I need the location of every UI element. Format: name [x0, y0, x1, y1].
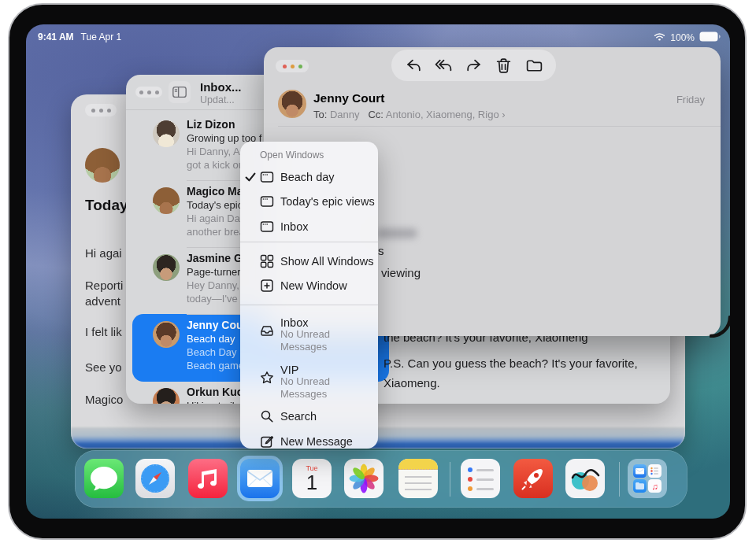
sender-name: Jenny Cou	[187, 319, 243, 331]
avatar-liz-dizon	[153, 120, 180, 147]
reply-icon[interactable]	[404, 56, 423, 75]
menu-item-new-window[interactable]: New Window	[240, 277, 378, 294]
message-subject: Page-turner	[187, 266, 241, 278]
music-app-icon[interactable]	[188, 459, 228, 498]
window-icon	[260, 170, 274, 184]
message-subject: Beach day	[187, 333, 235, 345]
dock-divider	[450, 462, 450, 497]
menu-item-search[interactable]: Search	[240, 408, 378, 425]
avatar-jenny-court	[153, 321, 180, 348]
trash-icon[interactable]	[495, 56, 513, 75]
compose-icon	[260, 434, 274, 449]
menu-item-vip-mailbox[interactable]: VIP No Unread Messages	[240, 361, 378, 402]
sender-name: Jasmine G	[187, 252, 243, 264]
window-controls-menu-button[interactable]	[135, 87, 162, 98]
body-text-fragment: s	[378, 244, 384, 257]
avatar-jenny-court	[278, 90, 306, 118]
search-icon	[260, 409, 274, 423]
message-heading: Today	[85, 197, 128, 214]
grid-icon	[260, 254, 274, 268]
statusbar-time: 9:41 AM	[38, 31, 74, 42]
sender-name: Jenny Court	[313, 91, 384, 105]
message-preview: Hi Danny, Asgot a kick ou	[187, 146, 245, 172]
window-controls-menu-button[interactable]	[276, 60, 309, 72]
plus-square-icon	[260, 279, 274, 293]
sender-name: Liz Dizon	[187, 118, 235, 131]
body-text-fragment: viewing	[381, 266, 421, 279]
recipients-line[interactable]: To: Danny Cc: Antonio, Xiaomeng, Rigo ›	[313, 109, 506, 120]
mailbox-title: Inbox...	[200, 80, 242, 94]
photos-app-icon[interactable]	[344, 459, 384, 498]
notes-app-icon[interactable]	[398, 459, 438, 498]
menu-separator	[240, 305, 378, 305]
avatar-orkun	[153, 388, 180, 404]
reading-pane-text: Xiaomeng.	[384, 376, 440, 390]
avatar-magico	[153, 187, 180, 214]
statusbar-date: Tue Apr 1	[81, 31, 122, 42]
message-photo-attachment	[71, 427, 685, 449]
ipad-device: 9:41 AM Tue Apr 1 100% Today Hi agai Rep…	[8, 3, 747, 540]
menu-header: Open Windows	[260, 150, 324, 161]
message-preview: Hey Danny,today—I've r	[187, 279, 244, 305]
window-controls-menu-button[interactable]	[85, 104, 117, 116]
messages-app-icon[interactable]	[84, 459, 124, 498]
ipad-screen: 9:41 AM Tue Apr 1 100% Today Hi agai Rep…	[26, 24, 730, 519]
move-to-folder-icon[interactable]	[524, 56, 543, 75]
battery-icon	[699, 31, 721, 44]
avatar-magico	[85, 148, 120, 183]
chevron-right-icon: ›	[502, 109, 505, 120]
message-subject: Today's epic	[187, 199, 243, 211]
message-text-line: advent	[85, 294, 120, 308]
message-text-line: I felt lik	[85, 325, 122, 338]
message-preview: Hi again Dananother brea	[187, 212, 246, 238]
avatar-jasmine	[153, 254, 180, 281]
star-icon	[260, 371, 274, 385]
battery-percent: 100%	[670, 32, 695, 43]
app-library-mini-music: ♫	[648, 479, 662, 493]
dock: Tue 1	[75, 450, 687, 508]
message-date: Friday	[676, 94, 705, 105]
dock-divider	[619, 462, 620, 497]
window-icon	[260, 220, 274, 234]
menu-item-new-message[interactable]: New Message	[240, 433, 378, 450]
drawing-app-icon[interactable]	[565, 459, 605, 498]
reading-pane-text: P.S. Can you guess the beach? It's your …	[384, 356, 638, 370]
message-text-line: See yo	[85, 360, 122, 374]
rocket-app-icon[interactable]	[513, 459, 553, 498]
calendar-app-icon[interactable]: Tue 1	[292, 459, 332, 498]
statusbar-right: 100%	[654, 31, 721, 44]
mailbox-subtitle: Updat...	[200, 94, 235, 105]
message-text-line: Reporti	[85, 279, 123, 292]
reminders-app-icon[interactable]	[461, 459, 500, 498]
statusbar-left: 9:41 AM Tue Apr 1	[38, 31, 121, 42]
window-icon	[260, 194, 274, 209]
checkmark-icon	[245, 172, 256, 183]
menu-item-todays-epic-views[interactable]: Today's epic views	[240, 193, 378, 210]
sidebar-toggle-button[interactable]	[169, 81, 191, 103]
menu-item-beach-day[interactable]: Beach day	[240, 168, 378, 186]
forward-icon[interactable]	[465, 56, 484, 75]
message-text-line: Hi agai	[85, 246, 122, 260]
message-preview: Beach DayBeach game	[187, 346, 244, 372]
mail-app-icon[interactable]	[240, 459, 280, 498]
calendar-day: 1	[306, 472, 317, 493]
screenshot-stage: 9:41 AM Tue Apr 1 100% Today Hi agai Rep…	[0, 0, 756, 543]
menu-separator	[240, 242, 378, 242]
inbox-tray-icon	[260, 323, 274, 338]
sender-name: Magico Ma	[187, 185, 243, 198]
window-resize-handle[interactable]	[710, 316, 730, 338]
reply-all-icon[interactable]	[434, 56, 453, 75]
open-windows-menu: Open Windows Beach day Today's epic view…	[240, 142, 378, 449]
safari-app-icon[interactable]	[135, 459, 175, 498]
menu-item-show-all-windows[interactable]: Show All Windows	[240, 253, 378, 270]
sender-name: Orkun Kuc	[187, 386, 243, 398]
app-library-mini-folder	[633, 479, 647, 493]
mail-toolbar	[391, 50, 556, 81]
menu-item-inbox-mailbox[interactable]: Inbox No Unread Messages	[240, 314, 378, 355]
app-library-icon[interactable]: ♫	[628, 459, 667, 498]
menu-item-inbox-window[interactable]: Inbox	[240, 218, 378, 235]
blurred-text	[376, 228, 417, 238]
message-text-line: Magico	[85, 393, 123, 406]
wifi-icon	[654, 32, 665, 43]
message-subject: Hiking trail	[187, 400, 235, 404]
